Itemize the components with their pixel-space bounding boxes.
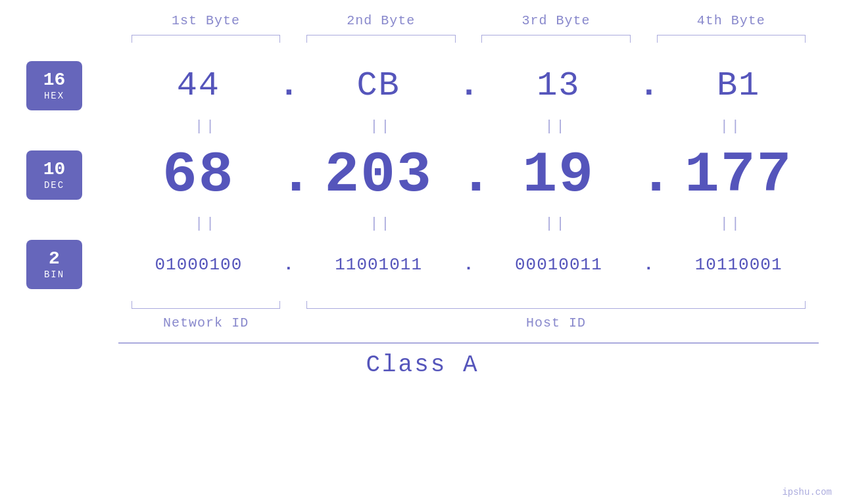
hex-val-4: B1 — [658, 66, 819, 105]
header-byte1: 1st Byte — [118, 13, 293, 28]
eq2-1: || — [118, 216, 293, 232]
hex-val-3: 13 — [479, 66, 639, 105]
top-bracket-2 — [293, 35, 468, 43]
top-bracket-3 — [469, 35, 644, 43]
dec-dot-3: . — [639, 143, 658, 208]
class-section: Class A — [26, 342, 819, 378]
main-container: 1st Byte 2nd Byte 3rd Byte 4th Byte 16 H… — [0, 0, 845, 504]
dec-val-4: 177 — [658, 143, 819, 208]
hex-val-2: CB — [299, 66, 459, 105]
eq2-3: || — [469, 216, 644, 232]
header-byte2: 2nd Byte — [293, 13, 468, 28]
bin-dot-3: . — [639, 255, 658, 275]
eq2-2: || — [293, 216, 468, 232]
eq1-2: || — [293, 118, 468, 135]
bin-base-num: 2 — [49, 249, 60, 269]
bin-val-4: 10110001 — [658, 255, 819, 275]
watermark: ipshu.com — [782, 487, 832, 497]
eq1-3: || — [469, 118, 644, 135]
bin-val-2: 11001011 — [299, 255, 459, 275]
eq2-4: || — [644, 216, 819, 232]
class-a-label: Class A — [26, 352, 819, 378]
class-divider — [118, 342, 819, 344]
dec-val-3: 19 — [479, 143, 639, 208]
dec-badge: 10 DEC — [26, 150, 82, 200]
bottom-section: Network ID Host ID — [26, 301, 819, 331]
dec-dot-2: . — [459, 143, 479, 208]
host-id-label: Host ID — [293, 313, 819, 331]
hex-val-1: 44 — [118, 66, 279, 105]
bottom-labels: Network ID Host ID — [118, 313, 819, 331]
hex-badge: 16 HEX — [26, 61, 82, 110]
bin-val-1: 01000100 — [118, 255, 279, 275]
eq1-4: || — [644, 118, 819, 135]
bin-values: 01000100 . 11001011 . 00010011 . 1011000… — [118, 255, 819, 275]
dec-values: 68 . 203 . 19 . 177 — [118, 143, 819, 208]
hex-dot-1: . — [279, 66, 299, 105]
top-brackets — [26, 35, 819, 43]
hex-dot-3: . — [639, 66, 658, 105]
dec-base-label: DEC — [44, 180, 64, 191]
hex-base-label: HEX — [44, 91, 64, 101]
header-byte3: 3rd Byte — [469, 13, 644, 28]
top-bracket-4 — [644, 35, 819, 43]
bin-base-label: BIN — [44, 269, 64, 280]
bottom-brackets — [118, 301, 819, 309]
dec-val-1: 68 — [118, 143, 279, 208]
host-bracket — [293, 301, 819, 309]
dec-dot-1: . — [279, 143, 299, 208]
header-byte4: 4th Byte — [644, 13, 819, 28]
bin-dot-2: . — [459, 255, 479, 275]
equals-row-2: || || || || — [26, 216, 819, 232]
dec-val-2: 203 — [299, 143, 459, 208]
dec-row: 10 DEC 68 . 203 . 19 . 177 — [26, 137, 819, 213]
bin-badge: 2 BIN — [26, 240, 82, 289]
bin-val-3: 00010011 — [479, 255, 639, 275]
byte-headers: 1st Byte 2nd Byte 3rd Byte 4th Byte — [26, 13, 819, 28]
hex-row: 16 HEX 44 . CB . 13 . B1 — [26, 56, 819, 116]
hex-dot-2: . — [459, 66, 479, 105]
hex-values: 44 . CB . 13 . B1 — [118, 66, 819, 105]
top-bracket-1 — [118, 35, 293, 43]
dec-base-num: 10 — [43, 160, 66, 180]
bin-row: 2 BIN 01000100 . 11001011 . 00010011 . 1… — [26, 235, 819, 294]
network-id-label: Network ID — [118, 313, 293, 331]
eq1-1: || — [118, 118, 293, 135]
network-bracket — [118, 301, 293, 309]
bin-dot-1: . — [279, 255, 299, 275]
equals-row-1: || || || || — [26, 118, 819, 135]
hex-base-num: 16 — [43, 70, 66, 91]
